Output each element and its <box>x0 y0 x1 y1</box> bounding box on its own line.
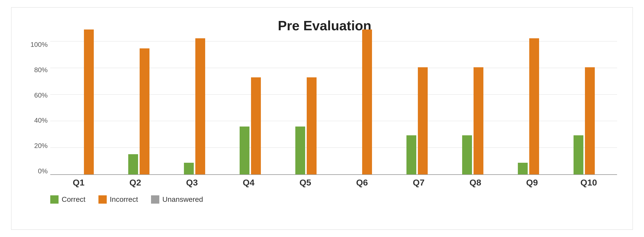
incorrect-legend-label: Incorrect <box>110 195 138 204</box>
x-axis-label: Q1 <box>50 177 107 188</box>
x-axis-label: Q5 <box>277 177 334 188</box>
bottom-axis-line <box>50 174 617 175</box>
bar-group <box>556 41 612 174</box>
incorrect-bar <box>251 77 261 174</box>
y-axis-label: 40% <box>34 117 48 124</box>
x-axis-label: Q7 <box>390 177 447 188</box>
bar-group <box>278 41 334 174</box>
incorrect-bar <box>140 48 149 174</box>
bars-container <box>50 41 617 174</box>
correct-bar <box>184 163 194 174</box>
correct-legend-label: Correct <box>62 195 85 204</box>
correct-bar <box>518 163 528 174</box>
incorrect-bar <box>307 77 317 174</box>
y-axis-label: 80% <box>34 66 48 73</box>
legend-correct: Correct <box>50 195 85 204</box>
chart-area: 0%20%40%60%80%100% <box>32 41 617 174</box>
unanswered-legend-box <box>151 195 159 204</box>
x-axis-label: Q8 <box>447 177 504 188</box>
y-axis-labels: 0%20%40%60%80%100% <box>32 41 50 174</box>
y-axis-label: 100% <box>31 41 48 48</box>
x-axis-label: Q9 <box>504 177 560 188</box>
legend-unanswered: Unanswered <box>151 195 203 204</box>
x-axis-label: Q3 <box>164 177 220 188</box>
bar-group <box>167 41 223 174</box>
bar-group <box>55 41 111 174</box>
bar-group <box>334 41 389 174</box>
bar-group <box>500 41 556 174</box>
chart-title: Pre Evaluation <box>32 18 617 33</box>
bar-group <box>111 41 167 174</box>
correct-bar <box>574 135 583 174</box>
correct-bar <box>240 127 249 174</box>
x-axis-labels: Q1Q2Q3Q4Q5Q6Q7Q8Q9Q10 <box>50 177 617 188</box>
correct-bar <box>406 135 416 174</box>
incorrect-bar <box>529 38 539 174</box>
y-axis-label: 0% <box>38 168 48 174</box>
x-axis-label: Q10 <box>560 177 617 188</box>
correct-legend-box <box>50 195 59 204</box>
incorrect-bar <box>474 67 483 174</box>
incorrect-bar <box>418 67 428 174</box>
x-axis-label: Q4 <box>220 177 277 188</box>
incorrect-bar <box>195 38 205 174</box>
correct-bar <box>462 135 472 174</box>
x-axis-label: Q6 <box>334 177 390 188</box>
incorrect-legend-box <box>98 195 107 204</box>
y-axis-label: 20% <box>34 142 48 149</box>
correct-bar <box>128 154 138 174</box>
x-axis-label: Q2 <box>107 177 164 188</box>
legend: Correct Incorrect Unanswered <box>50 195 617 204</box>
correct-bar <box>295 127 305 174</box>
legend-incorrect: Incorrect <box>98 195 138 204</box>
y-axis-label: 60% <box>34 92 48 99</box>
incorrect-bar <box>84 29 94 174</box>
chart-plot <box>50 41 617 174</box>
unanswered-legend-label: Unanswered <box>162 195 203 204</box>
chart-container: Pre Evaluation 0%20%40%60%80%100% Q1Q2Q3… <box>11 7 633 230</box>
bar-group <box>222 41 278 174</box>
incorrect-bar <box>362 29 372 174</box>
bar-group <box>389 41 445 174</box>
bar-group <box>445 41 501 174</box>
incorrect-bar <box>585 67 595 174</box>
